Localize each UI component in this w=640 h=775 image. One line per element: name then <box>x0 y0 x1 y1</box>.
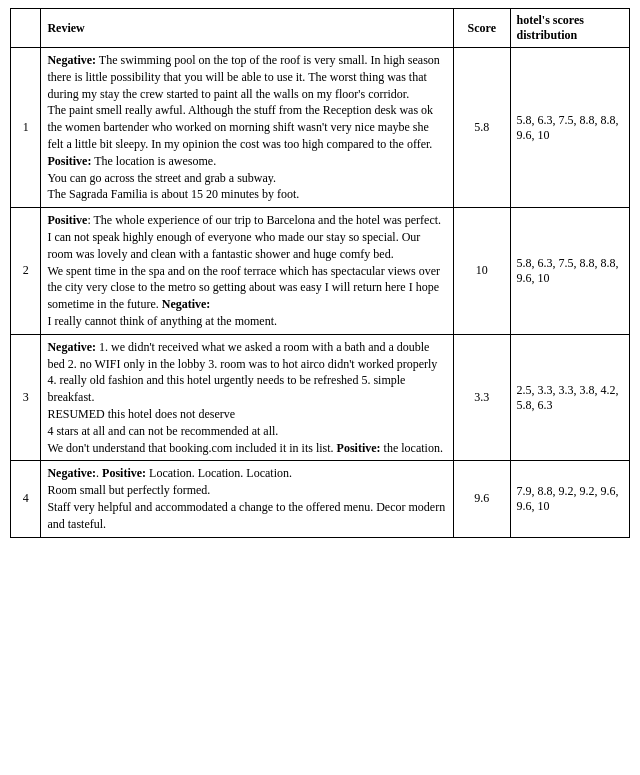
row-number: 1 <box>11 48 41 208</box>
review-normal-segment: The Sagrada Familia is about 15 20 minut… <box>47 187 299 201</box>
review-normal-segment: 1. we didn't received what we asked a ro… <box>47 340 437 404</box>
review-normal-segment: The paint smell really awful. Although t… <box>47 103 433 151</box>
review-normal-segment: Location. Location. Location. <box>146 466 292 480</box>
review-normal-segment: RESUMED this hotel does not deserve <box>47 407 235 421</box>
review-normal-segment: 4 stars at all and can not be recommende… <box>47 424 278 438</box>
row-number: 2 <box>11 208 41 335</box>
score-cell: 3.3 <box>454 334 510 461</box>
score-cell: 5.8 <box>454 48 510 208</box>
reviews-table: Review Score hotel's scores distribution… <box>10 8 630 538</box>
table-row: 3Negative: 1. we didn't received what we… <box>11 334 630 461</box>
review-normal-segment: Staff very helpful and accommodated a ch… <box>47 500 445 531</box>
review-cell: Negative: 1. we didn't received what we … <box>41 334 454 461</box>
review-normal-segment: We spent time in the spa and on the roof… <box>47 264 440 312</box>
review-bold-segment: Negative: <box>47 340 96 354</box>
review-cell: Negative:. Positive: Location. Location.… <box>41 461 454 537</box>
header-review: Review <box>41 9 454 48</box>
review-bold-segment: Negative: <box>159 297 211 311</box>
review-normal-segment: The location is awesome. <box>91 154 216 168</box>
review-normal-segment: We don't understand that booking.com inc… <box>47 441 333 455</box>
review-normal-segment: I really cannot think of anything at the… <box>47 314 277 328</box>
table-row: 2Positive: The whole experience of our t… <box>11 208 630 335</box>
review-normal-segment: Room small but perfectly formed. <box>47 483 210 497</box>
table-body: 1Negative: The swimming pool on the top … <box>11 48 630 538</box>
review-normal-segment: You can go across the street and grab a … <box>47 171 276 185</box>
review-normal-segment: : The whole experience of our trip to Ba… <box>87 213 441 227</box>
review-normal-segment: I can not speak highly enough of everyon… <box>47 230 420 261</box>
score-cell: 9.6 <box>454 461 510 537</box>
review-text: Negative: The swimming pool on the top o… <box>47 52 447 203</box>
review-cell: Positive: The whole experience of our tr… <box>41 208 454 335</box>
review-normal-segment: the location. <box>381 441 443 455</box>
header-row: Review Score hotel's scores distribution <box>11 9 630 48</box>
main-container: Review Score hotel's scores distribution… <box>0 0 640 546</box>
header-dist: hotel's scores distribution <box>510 9 629 48</box>
review-bold-segment: Negative: <box>47 466 96 480</box>
review-bold-segment: Positive <box>47 213 87 227</box>
distribution-cell: 5.8, 6.3, 7.5, 8.8, 8.8, 9.6, 10 <box>510 208 629 335</box>
review-bold-segment: Positive: <box>99 466 146 480</box>
row-number: 3 <box>11 334 41 461</box>
review-text: Negative: 1. we didn't received what we … <box>47 339 447 457</box>
review-cell: Negative: The swimming pool on the top o… <box>41 48 454 208</box>
distribution-cell: 5.8, 6.3, 7.5, 8.8, 8.8, 9.6, 10 <box>510 48 629 208</box>
score-cell: 10 <box>454 208 510 335</box>
table-row: 1Negative: The swimming pool on the top … <box>11 48 630 208</box>
review-text: Positive: The whole experience of our tr… <box>47 212 447 330</box>
review-bold-segment: Negative: <box>47 53 96 67</box>
table-row: 4Negative:. Positive: Location. Location… <box>11 461 630 537</box>
header-score: Score <box>454 9 510 48</box>
review-text: Negative:. Positive: Location. Location.… <box>47 465 447 532</box>
header-num <box>11 9 41 48</box>
review-bold-segment: Positive: <box>47 154 91 168</box>
row-number: 4 <box>11 461 41 537</box>
distribution-cell: 2.5, 3.3, 3.3, 3.8, 4.2, 5.8, 6.3 <box>510 334 629 461</box>
review-bold-segment: Positive: <box>334 441 381 455</box>
review-normal-segment: The swimming pool on the top of the roof… <box>47 53 439 101</box>
distribution-cell: 7.9, 8.8, 9.2, 9.2, 9.6, 9.6, 10 <box>510 461 629 537</box>
